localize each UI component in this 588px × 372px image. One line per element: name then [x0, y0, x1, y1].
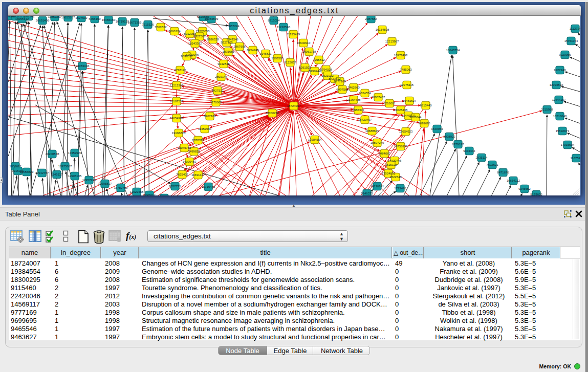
svg-text:6216001: 6216001: [383, 102, 396, 105]
svg-text:7663822: 7663822: [155, 26, 167, 29]
svg-text:9777169: 9777169: [334, 80, 346, 83]
svg-text:12923468: 12923468: [130, 190, 144, 193]
svg-text:6466160: 6466160: [89, 17, 101, 20]
svg-text:7485063: 7485063: [400, 68, 412, 71]
svg-text:12093832: 12093832: [550, 83, 563, 86]
svg-text:8427512: 8427512: [211, 89, 224, 92]
svg-text:1170065: 1170065: [210, 101, 223, 104]
svg-text:1624554: 1624554: [359, 92, 371, 95]
svg-text:2087682: 2087682: [365, 17, 377, 20]
svg-text:19654923: 19654923: [399, 130, 413, 133]
svg-text:19384554: 19384554: [308, 138, 322, 141]
svg-text:14099483: 14099483: [183, 160, 197, 163]
svg-text:19166825: 19166825: [172, 132, 186, 135]
svg-text:16961758: 16961758: [302, 50, 316, 53]
svg-text:16648754: 16648754: [446, 49, 460, 52]
svg-text:1527602: 1527602: [75, 16, 88, 19]
svg-text:19654983: 19654983: [170, 117, 184, 120]
svg-text:7986372: 7986372: [352, 108, 364, 112]
svg-text:1588520: 1588520: [271, 57, 284, 60]
svg-text:10688609: 10688609: [365, 129, 379, 133]
svg-text:8471676: 8471676: [497, 171, 509, 174]
svg-text:19463627: 19463627: [403, 99, 417, 102]
svg-text:15751074: 15751074: [564, 39, 578, 42]
svg-text:1615132: 1615132: [385, 163, 397, 166]
svg-text:8990444: 8990444: [309, 70, 321, 73]
svg-text:2343546: 2343546: [226, 38, 238, 41]
svg-text:16154808: 16154808: [376, 28, 389, 31]
svg-text:10654112: 10654112: [507, 179, 520, 182]
svg-text:20691406: 20691406: [36, 19, 50, 22]
svg-text:2867608: 2867608: [233, 45, 246, 48]
svg-text:9215440: 9215440: [420, 104, 432, 107]
svg-text:2718126: 2718126: [174, 69, 186, 72]
svg-text:8186328: 8186328: [207, 38, 219, 41]
svg-text:9327505: 9327505: [221, 41, 233, 44]
svg-text:16107553: 16107553: [170, 100, 184, 103]
svg-text:9474444: 9474444: [463, 149, 475, 152]
svg-text:3660124: 3660124: [168, 30, 181, 33]
svg-text:8938923: 8938923: [443, 135, 455, 138]
svg-text:12975115: 12975115: [400, 83, 414, 86]
svg-text:9245652: 9245652: [518, 187, 531, 190]
svg-text:8267100: 8267100: [204, 115, 216, 118]
svg-text:10975867: 10975867: [58, 165, 72, 168]
svg-text:17016504: 17016504: [561, 143, 575, 146]
svg-text:10995817: 10995817: [98, 182, 112, 185]
svg-text:2522540: 2522540: [389, 176, 402, 179]
svg-text:9327503: 9327503: [193, 35, 206, 38]
svg-text:11691447: 11691447: [191, 173, 205, 177]
svg-text:6261503: 6261503: [299, 66, 311, 69]
svg-text:9146821: 9146821: [259, 52, 272, 55]
svg-text:6497568: 6497568: [336, 88, 349, 91]
svg-text:15692971: 15692971: [556, 129, 570, 133]
svg-text:6794028: 6794028: [320, 68, 332, 71]
svg-text:12444157: 12444157: [552, 98, 566, 101]
svg-text:10973493: 10973493: [394, 54, 408, 57]
svg-text:7462660: 7462660: [347, 86, 360, 89]
svg-text:15046765: 15046765: [178, 146, 191, 149]
svg-text:14136141: 14136141: [371, 185, 384, 188]
svg-text:1167534: 1167534: [571, 157, 580, 160]
svg-text:18300295: 18300295: [266, 112, 279, 115]
svg-text:17957223: 17957223: [82, 179, 96, 182]
svg-text:16543362: 16543362: [188, 42, 202, 45]
svg-text:2803144: 2803144: [215, 75, 227, 78]
svg-text:1499822: 1499822: [188, 150, 200, 153]
svg-text:1733426: 1733426: [394, 187, 406, 190]
svg-text:7515526: 7515526: [142, 23, 154, 26]
svg-text:9484067: 9484067: [378, 152, 390, 155]
svg-text:9146533: 9146533: [361, 192, 373, 195]
svg-text:20053346: 20053346: [76, 64, 90, 68]
svg-text:9118644: 9118644: [410, 116, 422, 119]
svg-text:1850612: 1850612: [9, 165, 21, 168]
svg-text:18807249: 18807249: [371, 141, 384, 144]
svg-text:3215958: 3215958: [541, 108, 553, 111]
svg-text:1112734: 1112734: [570, 27, 580, 30]
svg-text:11353594: 11353594: [198, 127, 212, 130]
svg-text:16053809: 16053809: [205, 17, 219, 20]
svg-text:1145117: 1145117: [51, 173, 63, 176]
svg-text:6379197: 6379197: [452, 143, 464, 146]
svg-text:10807487: 10807487: [372, 96, 385, 99]
svg-text:20208578: 20208578: [46, 152, 59, 156]
svg-text:8122037: 8122037: [284, 61, 296, 64]
svg-text:9329966: 9329966: [559, 53, 571, 56]
svg-text:16466160: 16466160: [102, 18, 116, 21]
svg-text:12942757: 12942757: [35, 171, 49, 174]
svg-text:9657771: 9657771: [169, 185, 181, 188]
svg-text:12905135: 12905135: [68, 174, 82, 178]
svg-text:12156829: 12156829: [20, 170, 34, 173]
svg-text:13524851: 13524851: [382, 172, 396, 175]
svg-text:12213369: 12213369: [170, 84, 184, 87]
svg-text:9245012: 9245012: [143, 193, 156, 195]
svg-text:23226058: 23226058: [196, 30, 210, 33]
svg-text:16210643: 16210643: [553, 115, 567, 118]
svg-text:11325419: 11325419: [287, 33, 300, 36]
svg-text:1640953: 1640953: [431, 127, 443, 130]
svg-text:8813054: 8813054: [268, 19, 280, 22]
svg-text:18724007: 18724007: [287, 104, 301, 107]
svg-text:8454749: 8454749: [247, 49, 259, 52]
svg-text:19756928: 19756928: [394, 145, 408, 148]
svg-text:9227343: 9227343: [554, 69, 566, 72]
